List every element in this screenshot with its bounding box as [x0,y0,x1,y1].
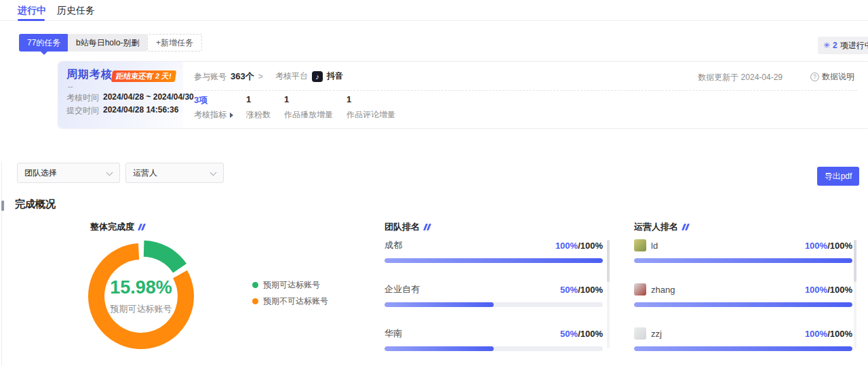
running-count: 2 [833,41,837,50]
operator-select[interactable]: 运营人 [125,163,224,183]
deadline-badge: 距结束还有 2 天! [111,70,176,82]
task-chip-selected[interactable]: 77的任务 [19,34,68,52]
operator-ranking-title: 运营人排名 [634,221,688,233]
exam-time-row: 考核时间 2024/04/28 ~ 2024/04/30 [66,92,194,104]
data-note-link[interactable]: ? 数据说明 [810,71,854,83]
operator-rank-row: zzj 100%/100% [634,327,852,351]
team-select[interactable]: 团队选择 [17,163,120,183]
card-divider [194,90,857,91]
metrics-summary: 3项 考核指标 [194,94,246,121]
assessment-summary-panel: 周期考核 距结束还有 2 天! -- 考核时间 2024/04/28 ~ 202… [58,62,183,128]
participating-accounts-link[interactable]: 参与账号 363个 > [194,70,263,83]
metric-item: 1 涨粉数 [246,94,284,121]
team-ranking-title: 团队排名 [384,221,430,233]
metric-item: 1 作品播放增量 [284,94,347,121]
panel-left-border [1,161,2,366]
progress-bar [384,258,603,263]
operator-rank-row: zhang 100%/100% [634,283,852,307]
task-chip-bilibili[interactable]: b站每日holo-别删 [68,34,147,52]
progress-bar [634,258,852,263]
active-tab-underline [18,19,45,21]
section-title: 完成概况 [15,198,56,211]
top-tabs: 进行中 历史任务 [0,0,868,21]
section-marker-bar [1,201,4,211]
legend-dot-orange [252,298,258,304]
assessment-title: 周期考核 [66,68,113,82]
operator-rank-row: ld 100%/100% [634,239,852,263]
team-rank-row: 成都 100%/100% [384,239,603,263]
scrollbar-thumb[interactable] [854,240,856,282]
legend-item-fail[interactable]: 预期不可达标账号 [252,296,328,307]
avatar [634,283,646,296]
chevron-down-icon [210,169,217,176]
running-status-chip[interactable]: ✳ 2 项进行中... [818,37,868,54]
team-rank-row: 华南 50%/100% [384,327,603,351]
tab-history[interactable]: 历史任务 [57,5,95,17]
progress-bar [634,302,852,307]
team-rank-row: 企业自有 50%/100% [384,283,603,307]
decoration-slashes [139,224,144,230]
loading-spinner-icon: ✳ [823,41,830,50]
decoration-slashes [683,224,688,230]
chevron-right-icon: > [258,72,263,81]
submit-time-row: 提交时间 2024/04/28 14:56:36 [66,105,178,117]
export-pdf-button[interactable]: 导出pdf [817,167,859,186]
expand-triangle-icon[interactable] [230,113,233,118]
progress-bar [634,346,852,351]
task-detail-card: 周期考核 距结束还有 2 天! -- 考核时间 2024/04/28 ~ 202… [58,61,868,129]
avatar [634,327,646,340]
legend-dot-green [252,282,258,288]
chevron-down-icon [106,169,113,176]
metric-item: 1 作品评论增量 [347,94,395,121]
data-updated-text: 数据更新于 2024-04-29 [698,72,783,83]
progress-bar [384,346,603,351]
tab-ongoing[interactable]: 进行中 [18,5,46,17]
assessment-subtext: -- [68,82,73,90]
douyin-icon: ♪ [312,71,323,82]
donut-legend: 预期可达标账号 预期不可达标账号 [252,279,328,307]
platform-group: 考核平台 ♪ 抖音 [275,70,343,82]
completion-donut-chart [80,235,202,357]
progress-bar [384,302,603,307]
question-circle-icon: ? [810,73,819,81]
add-task-button[interactable]: +新增任务 [147,34,202,52]
decoration-slashes [425,224,430,230]
legend-item-pass[interactable]: 预期可达标账号 [252,279,328,291]
avatar [634,239,646,251]
donut-chart-title: 整体完成度 [90,221,144,233]
scrollbar-thumb[interactable] [607,240,610,282]
metrics-row: 3项 考核指标 1 涨粉数 1 作品播放增量 1 作品评论增量 [194,94,395,121]
running-text: 项进行中... [840,40,868,52]
